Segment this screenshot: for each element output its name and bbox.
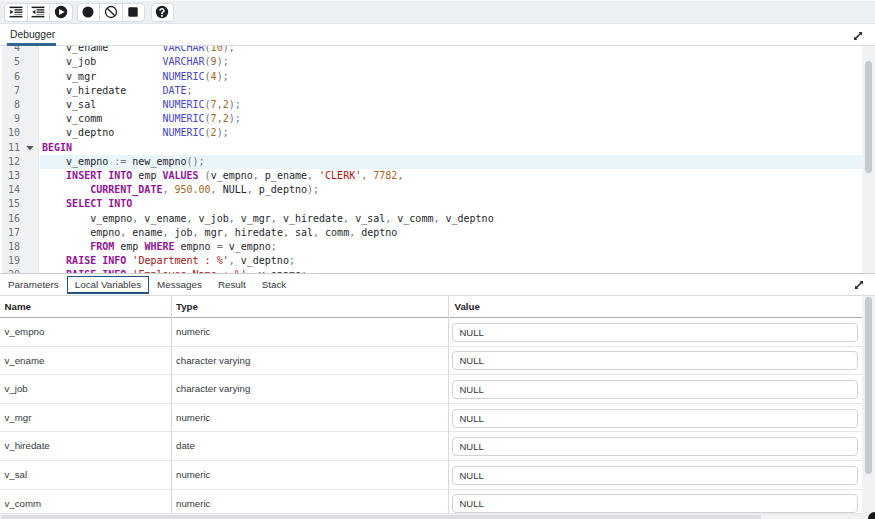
code-token-pun: ); <box>217 56 229 67</box>
variable-name-cell[interactable]: v_ename <box>5 347 45 375</box>
gutter-line-number[interactable]: 11 <box>0 141 20 155</box>
gutter-line-number[interactable]: 10 <box>0 126 20 140</box>
variable-type-cell[interactable]: numeric <box>176 318 210 346</box>
variable-type-cell[interactable]: numeric <box>176 461 210 489</box>
code-editor[interactable]: 4 v_ename VARCHAR(10);5 v_job VARCHAR(9)… <box>0 46 875 273</box>
variable-value-input[interactable] <box>452 351 858 370</box>
gutter-line-number[interactable]: 7 <box>0 84 20 98</box>
code-line-13[interactable]: INSERT INTO emp VALUES (v_empno, p_ename… <box>42 169 403 183</box>
editor-vertical-scrollbar[interactable] <box>862 46 875 273</box>
code-line-10[interactable]: v_deptno NUMERIC(2); <box>42 126 229 140</box>
variable-name-cell[interactable]: v_job <box>5 375 28 403</box>
grid-header-type[interactable]: Type <box>176 296 198 318</box>
code-line-8[interactable]: v_sal NUMERIC(7,2); <box>42 98 241 112</box>
gutter-line-number[interactable]: 19 <box>0 254 20 268</box>
code-line-19[interactable]: RAISE INFO 'Department : %', v_deptno; <box>42 254 295 268</box>
gutter-line-number[interactable]: 12 <box>0 155 20 169</box>
toolbar-button-group <box>4 3 73 22</box>
code-token-id: v_job <box>193 213 229 224</box>
editor-expand-button[interactable] <box>851 29 865 43</box>
variable-value-input[interactable] <box>452 466 858 485</box>
tab-debugger[interactable]: Debugger <box>7 24 58 45</box>
variable-name-cell[interactable]: v_hiredate <box>5 432 50 460</box>
code-token-pun: ); <box>229 99 241 110</box>
code-token-pun: ); <box>229 113 241 124</box>
variable-name-cell[interactable]: v_empno <box>5 318 45 346</box>
gutter-line-number[interactable]: 17 <box>0 226 20 240</box>
grid-header-name[interactable]: Name <box>5 296 31 318</box>
variable-type-cell[interactable]: date <box>176 432 195 460</box>
stop-icon <box>126 5 140 19</box>
code-token-ty: NUMERIC <box>162 127 204 138</box>
editor-vertical-scrollbar-thumb[interactable] <box>865 61 872 173</box>
tab-messages[interactable]: Messages <box>149 274 210 295</box>
variable-value-input[interactable] <box>452 494 858 513</box>
debugger-panel-tabbar: Debugger <box>0 24 875 46</box>
code-token-pun: ); <box>223 46 235 53</box>
code-line-15[interactable]: SELECT INTO <box>42 197 132 211</box>
expand-icon <box>853 279 865 291</box>
variable-type-cell[interactable]: character varying <box>176 347 250 375</box>
toggle-breakpoint-button[interactable] <box>77 3 101 22</box>
fold-marker-icon[interactable] <box>25 141 35 155</box>
gutter-line-number[interactable]: 8 <box>0 98 20 112</box>
code-line-14[interactable]: CURRENT_DATE, 950.00, NULL, p_deptno); <box>42 183 319 197</box>
variable-type-cell[interactable]: numeric <box>176 404 210 432</box>
variable-name-cell[interactable]: v_sal <box>5 461 28 489</box>
code-token-id: v_sal <box>42 99 162 110</box>
code-token-str: 'CLERK' <box>319 170 361 181</box>
code-line-12[interactable]: v_empno := new_empno(); <box>42 155 205 169</box>
variable-row-v_empno: v_empnonumeric <box>0 318 875 347</box>
code-line-17[interactable]: empno, ename, job, mgr, hiredate, sal, c… <box>42 226 397 240</box>
stop-button[interactable] <box>122 3 146 22</box>
tab-parameters[interactable]: Parameters <box>0 274 67 295</box>
variable-value-input[interactable] <box>452 409 858 428</box>
variable-name-cell[interactable]: v_mgr <box>5 404 32 432</box>
code-line-11[interactable]: BEGIN <box>42 141 72 155</box>
grid-vertical-scrollbar-thumb[interactable] <box>865 297 872 474</box>
code-line-9[interactable]: v_comm NUMERIC(7,2); <box>42 112 241 126</box>
code-line-4[interactable]: v_ename VARCHAR(10); <box>42 46 235 55</box>
gutter-line-number[interactable]: 15 <box>0 197 20 211</box>
bottom-panel-expand-button[interactable] <box>852 278 866 292</box>
code-token-kw: VALUES <box>162 170 198 181</box>
variable-value-input[interactable] <box>452 323 858 342</box>
gutter-line-number[interactable]: 13 <box>0 169 20 183</box>
step-into-button[interactable] <box>4 3 28 22</box>
gutter-line-number[interactable]: 16 <box>0 212 20 226</box>
code-token-pun: ); <box>217 127 229 138</box>
step-over-button[interactable] <box>27 3 51 22</box>
code-token-pun: ); <box>307 184 319 195</box>
variable-type-cell[interactable]: character varying <box>176 375 250 403</box>
variable-value-input[interactable] <box>452 437 858 456</box>
gutter-line-number[interactable]: 18 <box>0 240 20 254</box>
gutter-line-number[interactable]: 14 <box>0 183 20 197</box>
code-token-kw: SELECT <box>66 198 102 209</box>
code-line-6[interactable]: v_mgr NUMERIC(4); <box>42 70 229 84</box>
variable-row-v_mgr: v_mgrnumeric <box>0 404 875 433</box>
grid-vertical-scrollbar[interactable] <box>862 296 875 519</box>
grid-horizontal-scrollbar-thumb[interactable] <box>1 515 761 519</box>
gutter-line-number[interactable]: 5 <box>0 55 20 69</box>
code-line-16[interactable]: v_empno, v_ename, v_job, v_mgr, v_hireda… <box>42 212 494 226</box>
tab-stack[interactable]: Stack <box>254 274 295 295</box>
code-line-5[interactable]: v_job VARCHAR(9); <box>42 55 229 69</box>
continue-button[interactable] <box>49 3 73 22</box>
code-token-id <box>42 170 66 181</box>
gutter-line-number[interactable]: 4 <box>0 46 20 55</box>
code-line-7[interactable]: v_hiredate DATE; <box>42 84 193 98</box>
gutter-line-number[interactable]: 6 <box>0 70 20 84</box>
gutter-line-number[interactable]: 9 <box>0 112 20 126</box>
tab-local-variables[interactable]: Local Variables <box>67 276 149 294</box>
code-token-id <box>42 255 66 266</box>
grid-header-value[interactable]: Value <box>455 296 480 318</box>
help-button[interactable] <box>151 3 175 22</box>
code-line-18[interactable]: FROM emp WHERE empno = v_empno; <box>42 240 277 254</box>
code-token-pun: := <box>114 156 126 167</box>
variable-row-v_sal: v_salnumeric <box>0 461 875 490</box>
tab-result[interactable]: Result <box>210 274 254 295</box>
variable-value-input[interactable] <box>452 380 858 399</box>
clear-all-breakpoints-button[interactable] <box>99 3 123 22</box>
code-token-id: new_empno <box>126 156 186 167</box>
grid-horizontal-scrollbar[interactable] <box>0 513 862 519</box>
